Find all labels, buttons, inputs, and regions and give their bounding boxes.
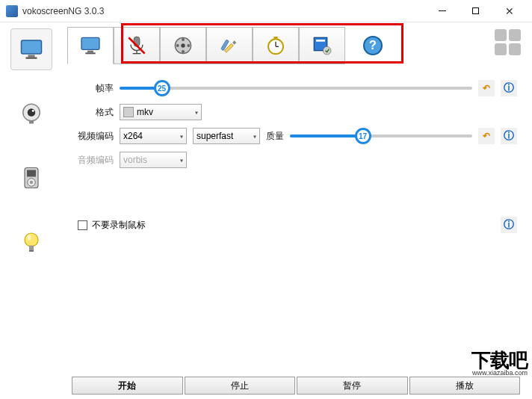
watermark-url: www.xiazaiba.com: [471, 370, 528, 377]
svg-point-23: [181, 43, 185, 47]
tab-screen[interactable]: [67, 27, 114, 64]
tab-timer[interactable]: [253, 27, 299, 64]
close-button[interactable]: ✕: [492, 1, 526, 22]
video-preset-select[interactable]: superfast: [193, 128, 260, 144]
tab-bar: ?: [67, 27, 525, 64]
video-codec-value: x264: [123, 131, 143, 141]
svg-point-25: [187, 44, 190, 47]
row-framerate: 帧率 25 ↶ ⓘ: [72, 76, 517, 100]
framerate-info-button[interactable]: ⓘ: [501, 80, 517, 96]
svg-rect-34: [316, 40, 325, 42]
video-info-button[interactable]: ⓘ: [501, 128, 517, 144]
row-video-codec: 视频编码 x264 superfast 质量 17 ↶ ⓘ: [72, 124, 517, 148]
svg-point-5: [32, 110, 34, 112]
svg-rect-16: [87, 51, 93, 53]
main-panel: ? 帧率 25 ↶ ⓘ 格式 mk: [67, 22, 532, 399]
svg-rect-2: [26, 58, 37, 59]
svg-rect-1: [28, 55, 35, 58]
row-format: 格式 mkv: [72, 100, 517, 124]
window-title: vokoscreenNG 3.0.3: [22, 6, 425, 16]
svg-point-35: [323, 46, 331, 55]
tab-tools[interactable]: [206, 27, 253, 64]
maximize-button[interactable]: [459, 1, 492, 22]
pause-button[interactable]: 暂停: [297, 377, 408, 395]
format-icon: [123, 107, 134, 117]
svg-rect-13: [29, 250, 34, 252]
watermark-text: 下载吧: [471, 350, 528, 370]
audio-codec-label: 音频编码: [72, 154, 114, 167]
svg-rect-15: [81, 37, 99, 49]
format-select[interactable]: mkv: [120, 104, 202, 120]
play-button[interactable]: 播放: [409, 377, 521, 395]
row-audio-codec: 音频编码 vorbis: [72, 148, 517, 172]
row-no-record-mouse: 不要录制鼠标 ⓘ: [78, 217, 517, 233]
format-value: mkv: [137, 107, 153, 117]
settings-area: 帧率 25 ↶ ⓘ 格式 mkv 视频编码 x264: [67, 72, 525, 375]
tab-audio[interactable]: [114, 27, 160, 64]
quality-thumb[interactable]: 17: [355, 128, 371, 144]
sidebar-item-webcam[interactable]: [10, 93, 52, 134]
bottom-bar: 开始 停止 暂停 播放: [67, 375, 525, 399]
title-bar: vokoscreenNG 3.0.3 ✕: [0, 0, 532, 22]
watermark: 下载吧 www.xiazaiba.com: [471, 350, 528, 377]
sidebar-item-monitor[interactable]: [10, 28, 52, 70]
svg-rect-17: [85, 52, 95, 54]
framerate-slider[interactable]: 25: [120, 80, 472, 96]
sidebar-item-bulb[interactable]: [10, 221, 52, 263]
framerate-label: 帧率: [72, 82, 114, 95]
no-record-mouse-label: 不要录制鼠标: [92, 219, 146, 232]
quality-reset-button[interactable]: ↶: [478, 128, 495, 144]
tab-help[interactable]: ?: [350, 27, 396, 64]
no-record-mouse-checkbox[interactable]: [78, 220, 87, 230]
minimize-button[interactable]: [425, 1, 459, 22]
tab-apps[interactable]: [495, 27, 525, 57]
sidebar: [0, 22, 67, 399]
svg-point-10: [30, 181, 34, 185]
quality-slider[interactable]: 17: [290, 128, 472, 144]
sidebar-item-player[interactable]: [10, 157, 52, 199]
svg-rect-32: [273, 37, 277, 39]
svg-point-27: [176, 44, 179, 47]
svg-rect-0: [22, 40, 42, 54]
video-codec-select[interactable]: x264: [120, 128, 187, 144]
tab-codec[interactable]: [160, 27, 206, 64]
svg-text:?: ?: [369, 39, 377, 52]
tab-misc[interactable]: [299, 27, 345, 64]
start-button[interactable]: 开始: [72, 377, 183, 395]
video-codec-label: 视频编码: [72, 130, 114, 143]
svg-point-26: [182, 50, 185, 53]
svg-point-14: [28, 235, 31, 241]
quality-label: 质量: [266, 130, 284, 143]
svg-rect-8: [27, 170, 36, 177]
svg-rect-6: [29, 121, 34, 124]
audio-codec-value: vorbis: [123, 155, 147, 165]
svg-point-11: [25, 233, 38, 247]
stop-button[interactable]: 停止: [185, 377, 296, 395]
mouse-info-button[interactable]: ⓘ: [501, 217, 517, 233]
format-label: 格式: [72, 106, 114, 119]
app-icon: [6, 5, 18, 17]
svg-rect-12: [29, 246, 34, 250]
svg-point-4: [28, 108, 36, 117]
video-preset-value: superfast: [197, 131, 233, 141]
svg-point-24: [182, 38, 185, 41]
framerate-reset-button[interactable]: ↶: [478, 80, 495, 96]
audio-codec-select[interactable]: vorbis: [120, 152, 187, 168]
framerate-thumb[interactable]: 25: [154, 80, 170, 96]
